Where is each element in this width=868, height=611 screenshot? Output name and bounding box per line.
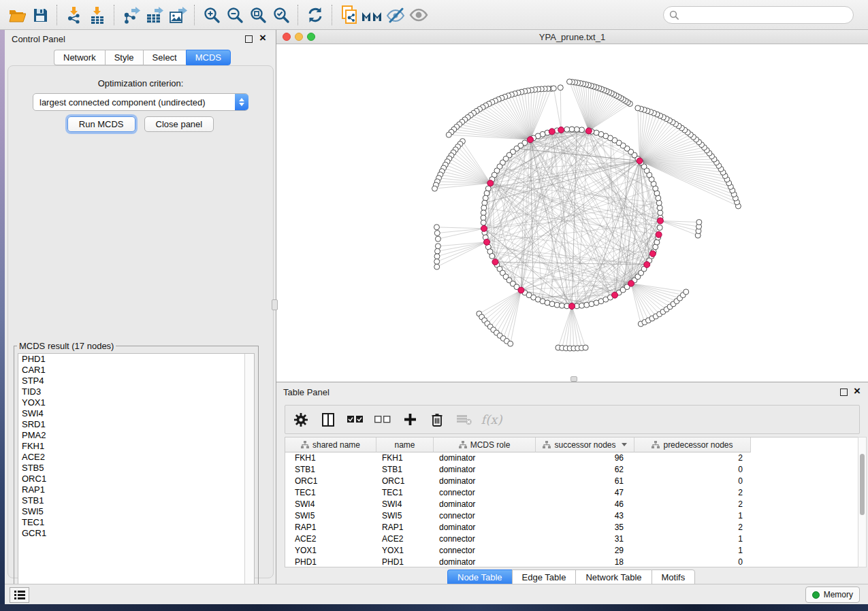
table-settings-gear-icon[interactable] [292, 411, 310, 429]
table-row[interactable]: RAP1RAP1dominator352 [285, 522, 859, 533]
table-cell[interactable]: ACE2 [376, 533, 434, 545]
table-cell[interactable]: SWI4 [376, 499, 434, 510]
network-node[interactable] [435, 248, 440, 254]
mcds-result-item[interactable]: RAP1 [18, 484, 254, 495]
delete-column-icon[interactable] [428, 411, 446, 429]
table-cell[interactable]: STB1 [376, 464, 434, 476]
close-panel-button[interactable]: Close panel [144, 116, 214, 132]
network-node[interactable] [434, 254, 440, 259]
table-row[interactable]: PHD1PHD1dominator180 [285, 557, 859, 567]
table-cell[interactable]: 1 [634, 510, 751, 522]
table-cell[interactable]: connector [434, 487, 536, 499]
network-graph[interactable] [276, 44, 868, 382]
tab-style[interactable]: Style [105, 50, 143, 65]
mcds-node[interactable] [527, 137, 533, 143]
network-node[interactable] [489, 253, 495, 259]
mcds-node[interactable] [492, 259, 498, 265]
network-node[interactable] [696, 220, 702, 225]
network-node[interactable] [434, 231, 440, 236]
table-cell[interactable]: 31 [536, 533, 634, 545]
table-cell[interactable]: connector [434, 533, 536, 545]
table-cell[interactable]: connector [434, 510, 536, 522]
zoom-fit-icon[interactable] [246, 4, 270, 26]
vertical-splitter-handle[interactable] [272, 299, 278, 310]
table-cell[interactable]: YOX1 [285, 545, 376, 557]
mcds-result-item[interactable]: STP4 [18, 376, 254, 386]
network-node[interactable] [435, 236, 440, 242]
table-scrollbar-thumb[interactable] [860, 454, 865, 515]
mcds-result-item[interactable]: SRD1 [18, 419, 254, 430]
result-list-scrollbar[interactable] [244, 354, 254, 585]
zoom-out-icon[interactable] [223, 4, 246, 26]
mcds-node[interactable] [656, 231, 662, 237]
export-table-icon[interactable] [143, 4, 166, 26]
table-cell[interactable]: ORC1 [285, 476, 376, 487]
table-cell[interactable]: FKH1 [376, 452, 434, 464]
table-cell[interactable]: 1 [634, 533, 751, 545]
table-cell[interactable]: 47 [536, 487, 634, 499]
table-row[interactable]: SWI5SWI5connector431 [285, 510, 859, 522]
close-panel-icon[interactable]: × [854, 384, 861, 399]
tab-select[interactable]: Select [143, 50, 186, 65]
table-cell[interactable]: 61 [536, 476, 634, 487]
table-cell[interactable]: SWI4 [285, 499, 376, 510]
export-image-icon[interactable] [166, 4, 189, 26]
table-cell[interactable]: SWI5 [376, 510, 434, 522]
float-panel-icon[interactable] [840, 389, 848, 396]
mcds-node[interactable] [481, 225, 487, 231]
import-network-icon[interactable] [63, 4, 86, 26]
hide-selected-icon[interactable] [384, 4, 407, 26]
first-neighbors-icon[interactable] [361, 4, 384, 26]
table-cell[interactable]: 2 [634, 487, 751, 499]
table-cell[interactable]: dominator [434, 557, 536, 567]
tab-mcds[interactable]: MCDS [186, 50, 231, 65]
table-row[interactable]: TEC1TEC1connector472 [285, 487, 859, 499]
mcds-result-item[interactable]: CAR1 [18, 365, 254, 376]
table-cell[interactable]: 18 [536, 557, 634, 567]
table-row[interactable]: ACE2ACE2connector311 [285, 533, 859, 545]
network-node[interactable] [658, 210, 663, 216]
network-node[interactable] [551, 86, 556, 91]
memory-button[interactable]: Memory [805, 587, 860, 603]
table-cell[interactable]: RAP1 [285, 522, 376, 533]
table-cell[interactable]: dominator [434, 476, 536, 487]
table-cell[interactable]: 0 [634, 476, 751, 487]
mcds-result-item[interactable]: TID3 [18, 386, 254, 397]
network-node[interactable] [635, 105, 641, 111]
export-network-icon[interactable] [120, 4, 143, 26]
mcds-result-item[interactable]: PHD1 [18, 354, 254, 365]
table-cell[interactable]: YOX1 [376, 545, 434, 557]
network-node[interactable] [434, 259, 440, 264]
column-header-predecessor-nodes[interactable]: predecessor nodes [634, 437, 751, 452]
mcds-result-item[interactable]: TEC1 [18, 517, 254, 528]
mcds-result-item[interactable]: ACE2 [18, 452, 254, 463]
column-header-mcds-role[interactable]: MCDS role [434, 437, 536, 452]
create-column-icon[interactable] [401, 411, 419, 429]
table-cell[interactable]: SWI5 [285, 510, 376, 522]
table-cell[interactable]: dominator [434, 499, 536, 510]
tab-network[interactable]: Network [54, 50, 105, 65]
table-cell[interactable]: connector [434, 545, 536, 557]
table-cell[interactable]: 35 [536, 522, 634, 533]
table-cell[interactable]: 96 [536, 452, 634, 464]
table-cell[interactable]: TEC1 [376, 487, 434, 499]
table-cell[interactable]: 1 [634, 545, 751, 557]
network-node[interactable] [558, 85, 563, 90]
table-cell[interactable]: RAP1 [376, 522, 434, 533]
horizontal-splitter-handle[interactable] [570, 376, 577, 382]
network-node[interactable] [657, 205, 662, 210]
search-box[interactable] [663, 6, 854, 24]
mcds-node[interactable] [637, 158, 643, 164]
network-node[interactable] [564, 127, 570, 132]
table-cell[interactable]: ORC1 [376, 476, 434, 487]
close-panel-icon[interactable]: × [259, 31, 266, 46]
open-file-icon[interactable] [5, 4, 29, 26]
network-node[interactable] [579, 127, 585, 133]
network-node[interactable] [483, 195, 488, 201]
mcds-result-item[interactable]: PMA2 [18, 430, 254, 441]
mcds-node[interactable] [487, 180, 494, 186]
mcds-result-item[interactable]: ORC1 [18, 474, 254, 484]
network-node[interactable] [481, 220, 486, 225]
mcds-node[interactable] [569, 303, 575, 310]
mcds-node[interactable] [644, 261, 650, 267]
